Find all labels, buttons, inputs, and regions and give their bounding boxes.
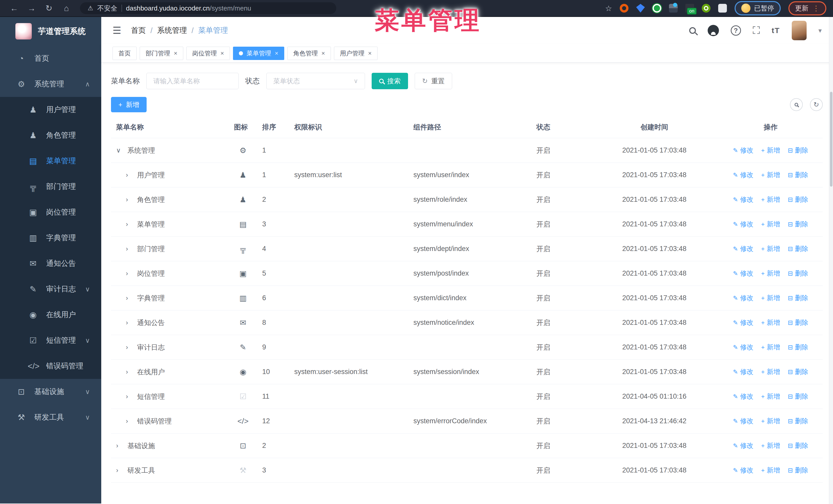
expand-caret-icon[interactable]: › bbox=[126, 294, 133, 302]
sidebar-item[interactable]: ☑ 短信管理 ∨ bbox=[0, 328, 101, 353]
extension-check-icon[interactable] bbox=[652, 4, 661, 13]
delete-link[interactable]: ⊟删除 bbox=[788, 416, 808, 426]
font-size-icon[interactable]: tT bbox=[772, 26, 780, 35]
edit-link[interactable]: ✎修改 bbox=[733, 367, 753, 376]
bookmark-star-icon[interactable]: ☆ bbox=[605, 4, 612, 13]
expand-caret-icon[interactable]: › bbox=[126, 393, 133, 400]
delete-link[interactable]: ⊟删除 bbox=[788, 293, 808, 303]
edit-link[interactable]: ✎修改 bbox=[733, 392, 753, 401]
sidebar-item[interactable]: ✎ 审计日志 ∨ bbox=[0, 277, 101, 302]
add-link[interactable]: +新增 bbox=[761, 220, 780, 229]
expand-caret-icon[interactable]: ∨ bbox=[116, 147, 123, 154]
delete-link[interactable]: ⊟删除 bbox=[788, 195, 808, 204]
edit-link[interactable]: ✎修改 bbox=[733, 146, 753, 155]
add-link[interactable]: +新增 bbox=[761, 269, 780, 278]
sidebar-item[interactable]: ♟ 用户管理 bbox=[0, 97, 101, 123]
expand-caret-icon[interactable]: › bbox=[116, 466, 123, 474]
edit-link[interactable]: ✎修改 bbox=[733, 343, 753, 352]
expand-caret-icon[interactable]: › bbox=[126, 220, 133, 228]
delete-link[interactable]: ⊟删除 bbox=[788, 367, 808, 376]
add-link[interactable]: +新增 bbox=[761, 293, 780, 303]
add-link[interactable]: +新增 bbox=[761, 343, 780, 352]
delete-link[interactable]: ⊟删除 bbox=[788, 146, 808, 155]
edit-link[interactable]: ✎修改 bbox=[733, 269, 753, 278]
sidebar-item[interactable]: ╦ 部门管理 bbox=[0, 174, 101, 199]
search-button[interactable]: 搜索 bbox=[372, 73, 408, 89]
edit-link[interactable]: ✎修改 bbox=[733, 220, 753, 229]
delete-link[interactable]: ⊟删除 bbox=[788, 441, 808, 450]
edit-link[interactable]: ✎修改 bbox=[733, 293, 753, 303]
close-icon[interactable]: × bbox=[174, 50, 177, 57]
delete-link[interactable]: ⊟删除 bbox=[788, 170, 808, 179]
extension-search-icon[interactable] bbox=[702, 4, 711, 13]
add-link[interactable]: +新增 bbox=[761, 244, 780, 253]
hamburger-icon[interactable]: ☰ bbox=[113, 25, 121, 36]
edit-link[interactable]: ✎修改 bbox=[733, 244, 753, 253]
expand-caret-icon[interactable]: › bbox=[126, 270, 133, 277]
extension-orange-icon[interactable] bbox=[620, 4, 628, 13]
delete-link[interactable]: ⊟删除 bbox=[788, 220, 808, 229]
sidebar-item[interactable]: ⚒ 研发工具 ∨ bbox=[0, 405, 101, 430]
delete-link[interactable]: ⊟删除 bbox=[788, 343, 808, 352]
sidebar-item[interactable]: ▣ 岗位管理 bbox=[0, 199, 101, 225]
extension-blue-icon[interactable] bbox=[669, 4, 678, 13]
edit-link[interactable]: ✎修改 bbox=[733, 195, 753, 204]
close-icon[interactable]: × bbox=[368, 50, 372, 57]
url-bar[interactable]: ⚠ 不安全 dashboard.yudao.iocoder.cn/system/… bbox=[80, 2, 336, 14]
sidebar-item[interactable]: ♟ 角色管理 bbox=[0, 123, 101, 148]
help-icon[interactable]: ? bbox=[731, 25, 741, 35]
github-icon[interactable] bbox=[708, 25, 719, 36]
back-icon[interactable]: ← bbox=[7, 4, 22, 13]
page-scrollbar[interactable] bbox=[829, 17, 833, 504]
tab[interactable]: 首页 × bbox=[113, 47, 137, 60]
avatar[interactable] bbox=[792, 21, 807, 40]
delete-link[interactable]: ⊟删除 bbox=[788, 244, 808, 253]
reset-button[interactable]: ↻ 重置 bbox=[415, 73, 452, 89]
expand-caret-icon[interactable]: › bbox=[126, 343, 133, 351]
tab[interactable]: 岗位管理 × bbox=[186, 47, 230, 60]
edit-link[interactable]: ✎修改 bbox=[733, 170, 753, 179]
add-link[interactable]: +新增 bbox=[761, 195, 780, 204]
expand-caret-icon[interactable]: › bbox=[126, 171, 133, 179]
avatar-caret-icon[interactable]: ▾ bbox=[818, 27, 822, 34]
edit-link[interactable]: ✎修改 bbox=[733, 318, 753, 327]
expand-caret-icon[interactable]: › bbox=[126, 368, 133, 376]
sidebar-item[interactable]: ◔ 首页 bbox=[0, 46, 101, 71]
add-link[interactable]: +新增 bbox=[761, 416, 780, 426]
extensions-puzzle-icon[interactable] bbox=[718, 4, 727, 13]
extension-gem-icon[interactable] bbox=[636, 4, 645, 13]
breadcrumb-parent[interactable]: 系统管理 bbox=[157, 25, 187, 35]
home-icon[interactable]: ⌂ bbox=[59, 4, 74, 13]
profile-paused-badge[interactable]: 已暂停 bbox=[735, 1, 781, 16]
add-link[interactable]: +新增 bbox=[761, 466, 780, 475]
refresh-button[interactable]: ↻ bbox=[810, 98, 823, 111]
tab[interactable]: 角色管理 × bbox=[287, 47, 331, 60]
edit-link[interactable]: ✎修改 bbox=[733, 416, 753, 426]
sidebar-item[interactable]: ⊡ 基础设施 ∨ bbox=[0, 379, 101, 405]
expand-caret-icon[interactable]: › bbox=[126, 245, 133, 253]
expand-caret-icon[interactable]: › bbox=[126, 196, 133, 203]
delete-link[interactable]: ⊟删除 bbox=[788, 466, 808, 475]
menu-name-input[interactable] bbox=[146, 73, 239, 89]
sidebar-item[interactable]: ▤ 菜单管理 bbox=[0, 148, 101, 174]
fullscreen-icon[interactable]: ⛶ bbox=[753, 25, 760, 37]
kebab-menu-icon[interactable]: ⋮ bbox=[812, 4, 820, 13]
close-icon[interactable]: × bbox=[322, 50, 325, 57]
sidebar-item[interactable]: ▥ 字典管理 bbox=[0, 225, 101, 251]
reload-icon[interactable]: ↻ bbox=[42, 3, 56, 13]
update-button[interactable]: 更新 ⋮ bbox=[788, 1, 826, 16]
add-button[interactable]: + 新增 bbox=[111, 97, 147, 112]
delete-link[interactable]: ⊟删除 bbox=[788, 318, 808, 327]
expand-caret-icon[interactable]: › bbox=[126, 417, 133, 425]
tab[interactable]: 菜单管理 × bbox=[233, 47, 284, 60]
expand-caret-icon[interactable]: › bbox=[116, 442, 123, 449]
delete-link[interactable]: ⊟删除 bbox=[788, 269, 808, 278]
close-icon[interactable]: × bbox=[275, 50, 278, 57]
edit-link[interactable]: ✎修改 bbox=[733, 466, 753, 475]
close-icon[interactable]: × bbox=[220, 50, 224, 57]
add-link[interactable]: +新增 bbox=[761, 318, 780, 327]
add-link[interactable]: +新增 bbox=[761, 441, 780, 450]
add-link[interactable]: +新增 bbox=[761, 367, 780, 376]
breadcrumb-home[interactable]: 首页 bbox=[131, 25, 146, 35]
show-search-button[interactable] bbox=[790, 98, 803, 111]
